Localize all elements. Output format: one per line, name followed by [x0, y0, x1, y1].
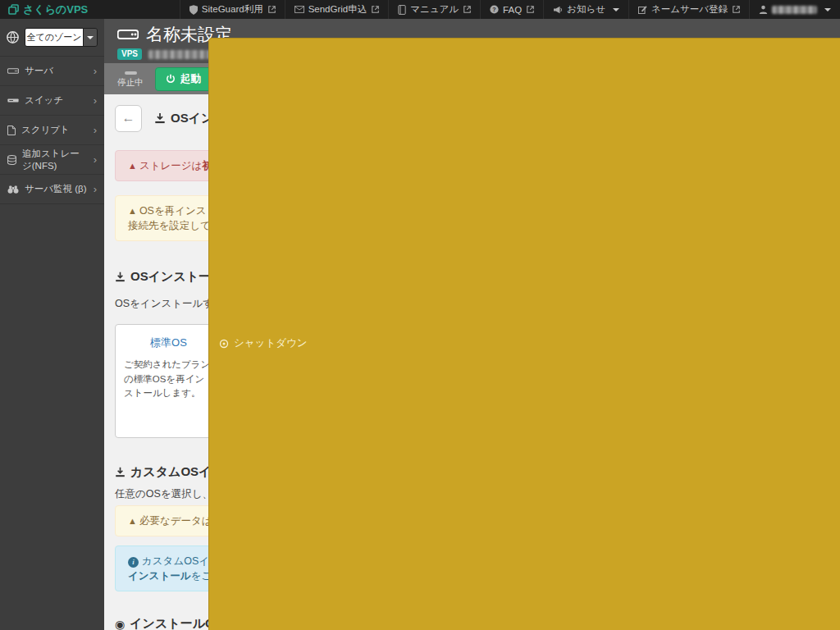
sidebar-item-storage[interactable]: 追加ストレージ(NFS) › [0, 145, 104, 175]
stopped-dash-icon [125, 71, 137, 75]
topbar: さくらのVPS SiteGuard利用 SendGrid申込 マニュアル ? F… [0, 0, 840, 19]
info-icon: i [128, 557, 139, 568]
nav-nameserver[interactable]: ネームサーバ登録 [628, 0, 749, 19]
card-body: ご契約されたプランの標準OSを再インストールします。 [124, 358, 213, 400]
main-area: 名称未設定 VPS 停止中 起動 シャットダウン [104, 19, 840, 630]
nav-siteguard[interactable]: SiteGuard利用 [180, 0, 285, 19]
external-link-icon [268, 6, 276, 13]
chevron-right-icon: › [94, 183, 97, 195]
sidebar-item-label: サーバ監視 (β) [25, 183, 87, 195]
chevron-down-icon [824, 8, 831, 11]
zone-select-value: 全てのゾーン [25, 29, 83, 46]
external-link-icon [463, 6, 471, 13]
switch-icon [7, 98, 19, 103]
sidebar-item-label: サーバ [25, 65, 53, 77]
server-icon [7, 68, 19, 74]
shutdown-button-group: シャットダウン [218, 71, 240, 86]
power-off-icon [219, 339, 229, 349]
nav-account[interactable] [749, 0, 840, 19]
server-icon [117, 30, 139, 39]
sidebar-item-label: スクリプト [21, 124, 70, 136]
warning-triangle-icon: ▲ [128, 161, 137, 171]
script-icon [7, 126, 16, 135]
storage-icon [7, 155, 16, 165]
sidebar-item-server[interactable]: サーバ › [0, 57, 104, 86]
os-install-icon [115, 272, 126, 282]
start-button[interactable]: 起動 [155, 67, 212, 91]
svg-text:?: ? [492, 7, 495, 12]
zone-select-arrow [83, 29, 97, 46]
status-label: 停止中 [114, 78, 147, 87]
shield-icon [189, 5, 198, 15]
nav-label: SendGrid申込 [308, 3, 368, 16]
sidebar: 全てのゾーン サーバ › スイッチ › スクリプト › 追加ストレ [0, 19, 104, 630]
chevron-right-icon: › [94, 153, 97, 166]
nav-sendgrid[interactable]: SendGrid申込 [285, 0, 389, 19]
sakura-logo-icon [8, 4, 19, 15]
sidebar-item-switch[interactable]: スイッチ › [0, 86, 104, 116]
external-link-icon [733, 6, 740, 13]
sidebar-nav: サーバ › スイッチ › スクリプト › 追加ストレージ(NFS) › サーバ監… [0, 57, 104, 204]
shutdown-label: シャットダウン [234, 337, 308, 349]
user-icon [759, 5, 768, 14]
external-link-icon [527, 6, 534, 13]
chevron-right-icon: › [94, 65, 97, 77]
megaphone-icon [553, 6, 563, 14]
zone-selector-row: 全てのゾーン [0, 19, 104, 57]
sidebar-item-monitoring[interactable]: サーバ監視 (β) › [0, 175, 104, 204]
sidebar-item-script[interactable]: スクリプト › [0, 116, 104, 145]
back-button[interactable]: ← [115, 105, 142, 132]
zone-select[interactable]: 全てのゾーン [25, 28, 98, 47]
nav-label: SiteGuard利用 [202, 3, 263, 16]
account-name-redacted [772, 6, 817, 14]
nav-label: マニュアル [410, 3, 459, 16]
warning-triangle-icon: ▲ [128, 206, 137, 216]
vps-badge: VPS [117, 48, 142, 60]
chevron-right-icon: › [94, 124, 97, 136]
nav-manual[interactable]: マニュアル [388, 0, 480, 19]
shutdown-button[interactable]: シャットダウン [208, 38, 840, 630]
os-install-icon [115, 467, 126, 477]
nav-label: お知らせ [567, 3, 605, 16]
brand-logo[interactable]: さくらのVPS [0, 0, 96, 19]
chevron-down-icon [613, 8, 619, 11]
question-icon: ? [490, 5, 499, 14]
warning-triangle-icon: ▲ [128, 516, 137, 526]
alert-text: ストレージは [139, 160, 202, 171]
alert-text: 必要なデータは [139, 515, 212, 527]
start-label: 起動 [180, 73, 201, 85]
binoculars-icon [7, 185, 19, 194]
os-install-icon [154, 112, 166, 124]
brand-text: さくらのVPS [23, 2, 88, 17]
nav-news[interactable]: お知らせ [543, 0, 628, 19]
globe-icon [7, 31, 19, 43]
envelope-icon [294, 6, 304, 13]
card-title: 標準OS [124, 336, 213, 350]
nav-faq[interactable]: ? FAQ [480, 0, 543, 19]
sidebar-item-label: スイッチ [25, 94, 63, 107]
power-icon [166, 74, 176, 84]
chevron-right-icon: › [94, 94, 97, 107]
disc-icon: ◉ [115, 618, 125, 630]
book-icon [398, 5, 406, 15]
external-link-icon [372, 6, 379, 13]
chevron-down-icon [87, 36, 94, 39]
card-standard-os[interactable]: 標準OS ご契約されたプランの標準OSを再インストールします。 [115, 324, 222, 437]
topnav: SiteGuard利用 SendGrid申込 マニュアル ? FAQ お知らせ [180, 0, 840, 19]
sidebar-item-label: 追加ストレージ(NFS) [22, 148, 88, 172]
vps-control-panel: さくらのVPS SiteGuard利用 SendGrid申込 マニュアル ? F… [0, 0, 840, 630]
nav-label: ネームサーバ登録 [651, 3, 728, 16]
action-bar: 停止中 起動 シャットダウン >_ コンソール [104, 63, 840, 94]
nav-label: FAQ [503, 5, 522, 15]
server-status: 停止中 [114, 71, 147, 87]
edit-icon [638, 5, 647, 14]
